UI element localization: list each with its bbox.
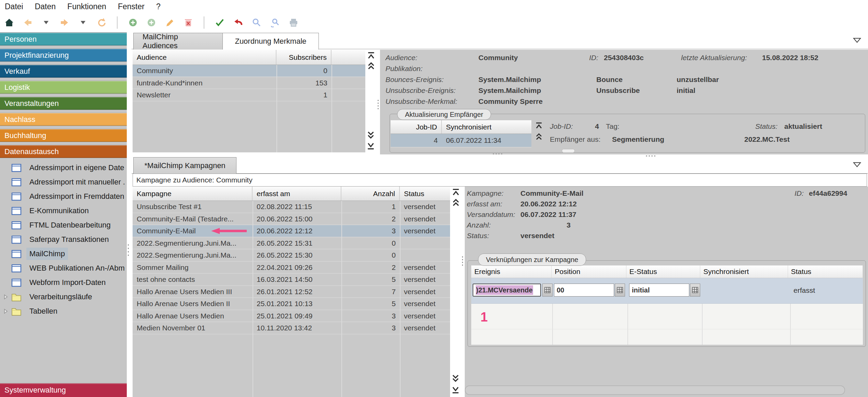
refresh-icon[interactable]	[96, 17, 107, 28]
horizontal-scrollbar-thumb[interactable]	[562, 149, 575, 153]
scroll-to-top-icon[interactable]	[535, 122, 543, 130]
module-band[interactable]: Datenaustausch	[0, 145, 127, 158]
sidebar-resize-grip[interactable]	[127, 243, 129, 257]
panel-splitter-grip[interactable]	[377, 99, 379, 111]
column-header-position[interactable]: Position	[552, 265, 626, 278]
tree-item[interactable]: Adressimport in eigene Date	[0, 161, 127, 175]
tree-item[interactable]: Adressimport in Fremddaten	[0, 189, 127, 204]
tree-item[interactable]: MailChimp	[0, 247, 127, 261]
kampagne-row[interactable]: 2022.Segmentierung.Juni.Ma... 26.05.2022…	[133, 249, 450, 262]
forward-dropdown-icon[interactable]	[78, 17, 88, 28]
kampagne-row[interactable]: Hallo Arenae Users Medien 25.01.2021 09:…	[133, 310, 450, 323]
back-icon[interactable]	[23, 17, 33, 28]
menu-item[interactable]: Fenster	[118, 2, 145, 11]
dropdown-arrow-icon[interactable]	[853, 162, 861, 167]
module-band[interactable]: Verkauf	[0, 65, 127, 78]
panel-splitter-grip[interactable]	[462, 256, 463, 267]
position-lookup-button[interactable]	[615, 284, 625, 297]
menu-item[interactable]: ?	[156, 2, 161, 11]
column-header-anzahl[interactable]: Anzahl	[341, 187, 400, 201]
module-band[interactable]: Veranstaltungen	[0, 97, 127, 110]
kampagne-row[interactable]: Hallo Arenae Users Medien III 26.01.2021…	[133, 286, 450, 298]
tree-item[interactable]: Saferpay Transaktionen	[0, 232, 127, 247]
module-band[interactable]: Buchhaltung	[0, 129, 127, 142]
tree-item[interactable]: Tabellen	[0, 304, 127, 318]
job-row[interactable]: 4 06.07.2022 11:34	[391, 134, 531, 148]
tab-mailchimp-kampagnen[interactable]: *MailChimp Kampagnen	[133, 157, 236, 174]
column-header-e-status[interactable]: E-Status	[626, 265, 701, 278]
module-band[interactable]: Nachlass	[0, 113, 127, 126]
tree-item[interactable]: Adressimport mit manueller .	[0, 175, 127, 189]
module-band-systemverwaltung[interactable]: Systemverwaltung	[0, 383, 127, 397]
ereignis-lookup-button[interactable]	[542, 284, 553, 297]
kampagne-row[interactable]: Sommer Mailing 22.04.2021 09:26 2 versen…	[133, 262, 450, 274]
position-input[interactable]	[554, 284, 614, 297]
column-header-synchronisiert[interactable]: Synchronisiert	[442, 120, 531, 134]
panel-splitter-grip[interactable]	[492, 153, 504, 155]
edit-record-icon[interactable]	[165, 17, 175, 28]
module-band[interactable]: Logistik	[0, 81, 127, 94]
column-header-erfasst-am[interactable]: erfasst am	[253, 187, 341, 201]
tab-mailchimp-audiences[interactable]: MailChimp Audiences	[133, 33, 223, 50]
kampagne-cell-name: Hallo Arenae Users Medien	[133, 310, 253, 322]
menu-item[interactable]: Datei	[5, 2, 23, 11]
scroll-page-down-icon[interactable]	[366, 131, 375, 139]
verknuepfung-row[interactable]: )21.MCVersaende erfasst	[471, 278, 863, 304]
kampagne-row[interactable]: Hallo Arenae Users Medien II 25.01.2021 …	[133, 298, 450, 310]
column-header-status[interactable]: Status	[400, 187, 450, 201]
scroll-to-bottom-icon[interactable]	[451, 385, 460, 394]
tree-item[interactable]: Webform Import-Daten	[0, 275, 127, 290]
dropdown-arrow-icon[interactable]	[853, 38, 861, 43]
column-header-audience[interactable]: Audience	[133, 50, 276, 65]
column-header-subscribers[interactable]: Subscribers	[276, 50, 331, 65]
confirm-icon[interactable]	[215, 17, 225, 28]
kampagne-row[interactable]: Medien November 01 10.11.2020 13:42 3 ve…	[133, 322, 450, 334]
delete-record-icon[interactable]	[183, 17, 193, 28]
module-band[interactable]: Personen	[0, 33, 127, 45]
kampagne-row[interactable]: test ohne contacts 16.03.2021 14:50 5 ve…	[133, 274, 450, 286]
audience-row[interactable]: Newsletter 1	[133, 89, 365, 101]
kampagne-row[interactable]: Community-E-Mail (Testadre... 20.06.2022…	[133, 213, 450, 225]
forward-icon[interactable]	[59, 17, 70, 28]
add-record-icon[interactable]	[128, 17, 138, 28]
tree-item[interactable]: E-Kommunikation	[0, 204, 127, 218]
menu-item[interactable]: Funktionen	[67, 2, 106, 11]
back-dropdown-icon[interactable]	[41, 17, 51, 28]
menu-item[interactable]: Daten	[35, 2, 56, 11]
folder-icon	[11, 292, 22, 302]
column-header-status[interactable]: Status	[788, 265, 863, 278]
search-icon[interactable]	[252, 17, 262, 28]
column-header-kampagne[interactable]: Kampagne	[133, 187, 253, 201]
scroll-to-top-icon[interactable]	[367, 51, 376, 60]
tab-zuordnung-merkmale[interactable]: Zuordnung Merkmale	[222, 33, 319, 50]
column-header-ereignis[interactable]: Ereignis	[471, 265, 552, 278]
scroll-to-bottom-icon[interactable]	[366, 141, 375, 150]
audience-row[interactable]: Community 0	[133, 65, 365, 77]
scroll-page-up-icon[interactable]	[451, 198, 460, 207]
kampagnen-scrollbar	[450, 187, 461, 397]
scroll-page-up-icon[interactable]	[367, 61, 376, 70]
column-header-job-id[interactable]: Job-ID	[391, 120, 442, 134]
column-header-synchronisiert[interactable]: Synchronisiert	[700, 265, 788, 278]
e-status-input[interactable]	[629, 284, 689, 297]
print-icon[interactable]	[288, 17, 299, 28]
search-related-icon[interactable]	[270, 17, 280, 28]
tree-item[interactable]: Verarbeitungsläufe	[0, 290, 127, 304]
home-icon[interactable]	[4, 17, 14, 28]
undo-icon[interactable]	[233, 17, 243, 28]
kampagne-row[interactable]: Unsubscribe Test #1 02.08.2022 11:15 1 v…	[133, 201, 450, 213]
audience-cell-name: funtrade-Kund*innen	[133, 77, 276, 89]
scroll-page-down-icon[interactable]	[451, 374, 460, 383]
audience-row[interactable]: funtrade-Kund*innen 153	[133, 77, 365, 90]
kampagne-row[interactable]: Community-E-Mail 20.06.2022 12:12 3 vers…	[133, 225, 450, 237]
kampagne-row[interactable]: 2022.Segmentierung.Juni.Ma... 26.05.2022…	[133, 237, 450, 250]
scroll-page-up-icon[interactable]	[535, 133, 543, 141]
horizontal-scrollbar-thumb[interactable]	[465, 385, 845, 395]
tree-item[interactable]: FTML Datenbearbeitung	[0, 218, 127, 232]
add-record-copy-icon[interactable]	[146, 17, 157, 28]
tree-item[interactable]: WEB Publikationen An-/Abm	[0, 261, 127, 275]
scroll-to-top-icon[interactable]	[451, 188, 460, 197]
module-band[interactable]: Projektfinanzierung	[0, 49, 127, 61]
ereignis-input[interactable]: )21.MCVersaende	[473, 284, 541, 297]
e-status-lookup-button[interactable]	[690, 284, 700, 297]
